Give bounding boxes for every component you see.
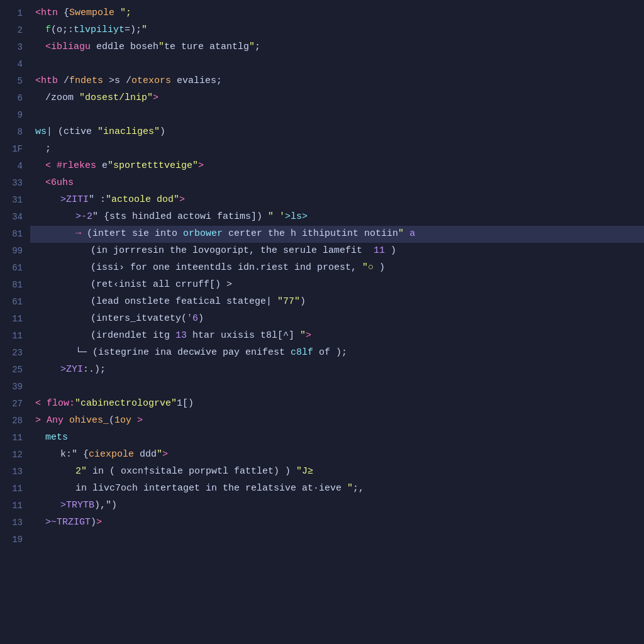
line-num-2: 2: [5, 22, 23, 39]
code-line-13b: >~TRZIGT)>: [30, 514, 644, 531]
code-line-1f: ;: [30, 141, 644, 158]
line-num-4b: 4: [5, 158, 23, 175]
token: >s /: [103, 74, 131, 89]
token: =);: [125, 23, 142, 38]
token: (: [109, 413, 114, 429]
token: htar uxisis t8l[^]: [187, 328, 300, 344]
token: a: [409, 226, 415, 242]
token: e: [96, 158, 108, 174]
token: (in jorrresin the lovogoript, the serule…: [91, 243, 374, 259]
code-line-9-empty: [30, 107, 644, 124]
line-num-23: 23: [5, 345, 23, 362]
line-num-11d: 11: [5, 480, 23, 497]
token: ciexpole: [89, 447, 134, 463]
token: "J≥: [296, 464, 313, 480]
code-editor: 1 2 3 4 5 6 9 8 1F 4 33 31 34 81 99 61 8…: [0, 0, 644, 644]
code-line-19-empty: [30, 531, 644, 548]
token: " :: [89, 192, 106, 208]
token: "○: [362, 260, 374, 276]
line-num-31: 31: [5, 192, 23, 209]
token: < flow:: [35, 396, 75, 412]
token: (lead onstlete featical statege|: [91, 294, 277, 310]
token: <6uhs: [45, 175, 74, 191]
token: in livc7och intertaget in the relatsive …: [75, 481, 347, 497]
line-num-13: 13: [5, 464, 23, 480]
token: ): [385, 243, 396, 259]
token: 2": [75, 464, 87, 480]
token: ": [398, 226, 404, 242]
token: >ZYI: [60, 362, 83, 378]
line-num-39: 39: [5, 379, 23, 396]
token: k:" {: [60, 447, 89, 463]
token: (intert sie into: [87, 226, 183, 242]
code-line-13: 2" in ( oxcn†sitale porpwtl fattlet) ) "…: [30, 464, 644, 480]
line-num-34: 34: [5, 209, 23, 226]
line-num-11: 11: [5, 311, 23, 328]
code-line-8: ws| (ctive "inacliges"): [30, 124, 644, 141]
line-num-81b: 81: [5, 277, 23, 294]
code-line-81b: (ret‹inist all crruff[) >: [30, 277, 644, 294]
line-num-99: 99: [5, 243, 23, 260]
token: certer the h ithiputint notiin: [223, 226, 398, 242]
token: ": [157, 447, 162, 463]
code-line-6: /zoom "dosest/lnip">: [30, 90, 644, 107]
token: {: [64, 6, 69, 21]
token: >-2: [75, 209, 92, 225]
code-line-28: > Any ohives_(1oy >: [30, 413, 644, 430]
token: >: [153, 91, 158, 106]
token: ohives_: [69, 413, 109, 429]
token: evalies;: [171, 74, 222, 89]
token: te ture atantlg: [164, 40, 249, 55]
line-num-9: 9: [5, 107, 23, 124]
token: > Any: [35, 413, 69, 429]
token: Swempole: [69, 6, 114, 21]
code-line-1: <htn {Swempole ";: [30, 5, 644, 22]
line-num-27: 27: [5, 396, 23, 413]
token: orbower: [183, 226, 223, 242]
code-line-39-empty: [30, 379, 644, 396]
token: otexors: [131, 74, 171, 89]
token: :.): [83, 362, 100, 378]
line-num-5: 5: [5, 73, 23, 90]
token: <ibliagu: [45, 40, 91, 55]
token: ): [160, 125, 165, 140]
token: ;: [255, 40, 260, 55]
token: "dosest/lnip": [79, 91, 153, 106]
line-num-8: 8: [5, 124, 23, 141]
token: fndets: [69, 74, 103, 89]
token: 1[): [177, 396, 194, 412]
code-line-4-empty: [30, 56, 644, 73]
token: ": [249, 40, 255, 55]
token: └─ (istegrine ina decwive pay enifest: [75, 345, 291, 361]
line-num-1f: 1F: [5, 141, 23, 158]
code-line-25: >ZYI:.);: [30, 362, 644, 379]
token: (ret‹inist all crruff[) >: [91, 277, 232, 293]
token: >: [137, 413, 143, 429]
token: >: [198, 158, 204, 174]
token: >: [162, 447, 168, 463]
token: (issi› for one inteentdls idn.riest ind …: [91, 260, 362, 276]
token: < #rlekes: [45, 158, 96, 174]
line-num-61: 61: [5, 260, 23, 277]
token: ;,: [353, 481, 364, 497]
line-num-33: 33: [5, 175, 23, 192]
token: >: [179, 192, 185, 208]
token: [404, 226, 409, 242]
token: "actoole dod": [106, 192, 179, 208]
token: ws|: [35, 125, 52, 140]
token: c8lf: [291, 345, 313, 361]
code-line-33: <6uhs: [30, 175, 644, 192]
token: >: [306, 328, 311, 344]
line-num-4: 4: [5, 56, 23, 73]
token: mets: [45, 430, 68, 446]
token: in ( oxcn†sitale porpwtl fattlet) ): [87, 464, 296, 480]
line-numbers: 1 2 3 4 5 6 9 8 1F 4 33 31 34 81 99 61 8…: [0, 0, 30, 644]
code-line-5: <htb /fndets >s /otexors evalies;: [30, 73, 644, 90]
line-num-11e: 11: [5, 497, 23, 514]
token: ),"): [94, 498, 117, 514]
code-line-2: f(o;:tlvpiliyt=);": [30, 22, 644, 39]
line-num-13b: 13: [5, 514, 23, 531]
code-line-61: (issi› for one inteentdls idn.riest ind …: [30, 260, 644, 277]
code-line-11b: (irdendlet itg 13 htar uxisis t8l[^] ">: [30, 328, 644, 345]
token: ;: [100, 362, 106, 378]
